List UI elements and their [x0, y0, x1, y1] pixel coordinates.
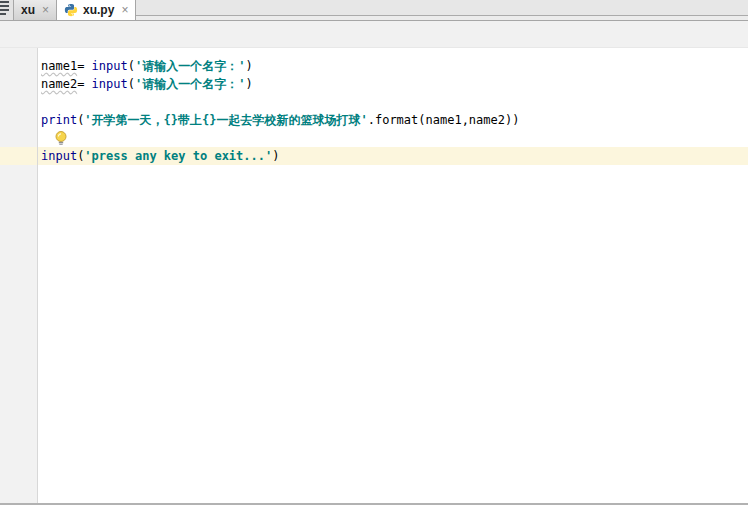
- code-editor[interactable]: name1= input('请输入一个名字：')name2= input('请输…: [0, 47, 748, 503]
- tab-label: xu: [21, 3, 35, 17]
- tab-label: xu.py: [83, 3, 114, 17]
- code-token: name1: [41, 59, 77, 73]
- code-line[interactable]: [41, 93, 748, 111]
- code-token: input: [41, 149, 77, 163]
- code-line[interactable]: input('press any key to exit...'): [41, 147, 748, 165]
- code-token: =: [77, 59, 91, 73]
- tab-strip-filler: [136, 0, 748, 16]
- code-token: .format(name1,name2)): [368, 113, 520, 127]
- code-token: ): [272, 149, 279, 163]
- python-icon: [64, 3, 78, 17]
- editor-tab-bar: xu × xu.py ×: [0, 0, 748, 21]
- code-token: (: [128, 59, 135, 73]
- code-token: '请输入一个名字：': [135, 59, 245, 73]
- code-token: =: [77, 77, 91, 91]
- tab-list-button[interactable]: [0, 0, 13, 20]
- tab-xu-py[interactable]: xu.py ×: [57, 0, 136, 20]
- code-token: '开学第一天，{}带上{}一起去学校新的篮球场打球': [84, 113, 367, 127]
- code-token: input: [92, 59, 128, 73]
- close-icon[interactable]: ×: [121, 4, 128, 16]
- code-token: (: [128, 77, 135, 91]
- code-token: 'press any key to exit...': [84, 149, 272, 163]
- code-line[interactable]: [41, 129, 748, 147]
- code-line[interactable]: print('开学第一天，{}带上{}一起去学校新的篮球场打球'.format(…: [41, 111, 748, 129]
- tab-list-icon: [0, 0, 10, 20]
- intention-bulb-icon[interactable]: [54, 130, 68, 147]
- code-line[interactable]: name1= input('请输入一个名字：'): [41, 57, 748, 75]
- close-icon[interactable]: ×: [42, 4, 49, 16]
- code-token: name2: [41, 77, 77, 91]
- code-line[interactable]: name2= input('请输入一个名字：'): [41, 75, 748, 93]
- code-token: ): [245, 59, 252, 73]
- editor-top-gap: [0, 21, 748, 47]
- code-token: print: [41, 113, 77, 127]
- code-token: input: [92, 77, 128, 91]
- horizontal-scrollbar[interactable]: [0, 503, 748, 505]
- tab-xu[interactable]: xu ×: [13, 0, 57, 20]
- code-area[interactable]: name1= input('请输入一个名字：')name2= input('请输…: [0, 48, 748, 503]
- code-token: ): [245, 77, 252, 91]
- code-token: '请输入一个名字：': [135, 77, 245, 91]
